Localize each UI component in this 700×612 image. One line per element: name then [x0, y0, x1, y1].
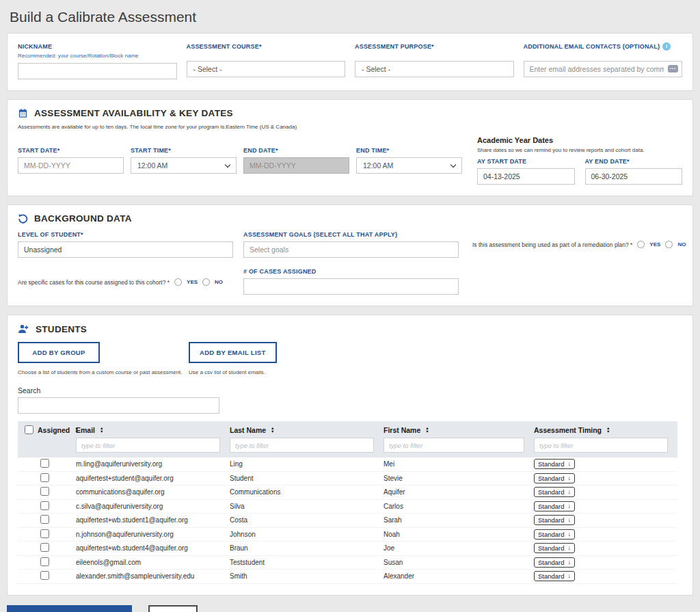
row-assigned-checkbox[interactable]: [40, 459, 49, 468]
contacts-input[interactable]: [524, 61, 683, 77]
row-first-name: Joe: [383, 544, 534, 552]
availability-card: ASSESSMENT AVAILABILITY & KEY DATES Asse…: [7, 99, 693, 196]
timing-value: Standard: [538, 572, 565, 580]
down-arrow-icon: ↓: [568, 559, 571, 566]
ay-end-input[interactable]: [585, 168, 683, 185]
remediation-no-radio[interactable]: [665, 241, 673, 248]
timing-select[interactable]: Standard ↓: [534, 459, 575, 469]
cases-yes-radio[interactable]: [174, 278, 182, 286]
row-last-name: Johnson: [230, 531, 383, 538]
add-by-email-hint: Use a csv list of student emails.: [189, 369, 277, 375]
column-header-assigned[interactable]: Assigned ▲▼: [18, 425, 76, 434]
search-label: Search: [18, 386, 219, 395]
purpose-label: ASSESSMENT PURPOSE*: [355, 43, 434, 50]
select-all-checkbox[interactable]: [25, 425, 33, 434]
timing-select[interactable]: Standard ↓: [534, 571, 575, 581]
timing-select[interactable]: Standard ↓: [534, 487, 575, 497]
nickname-input[interactable]: [18, 63, 177, 79]
row-assigned-checkbox[interactable]: [40, 543, 49, 552]
lastname-filter-input[interactable]: [230, 438, 374, 453]
end-date-input: [243, 157, 349, 174]
ay-start-input[interactable]: [477, 168, 575, 185]
cases-no-radio[interactable]: [202, 278, 210, 286]
goals-input[interactable]: [243, 241, 459, 258]
chevron-down-icon: [225, 161, 230, 167]
sort-icon: ▲▼: [606, 427, 610, 433]
timing-select[interactable]: Standard ↓: [534, 501, 575, 511]
end-time-label: END TIME*: [356, 147, 462, 154]
firstname-filter-input[interactable]: [383, 438, 524, 453]
row-email: communications@aquifer.org: [76, 488, 230, 496]
page-title: Build a Calibrate Assessment: [0, 0, 700, 33]
add-user-icon: [18, 323, 29, 334]
column-header-email[interactable]: Email ▲▼: [76, 426, 230, 434]
cases-group: Are specific cases for this course assig…: [18, 268, 243, 295]
column-header-firstname[interactable]: First Name ▲▼: [383, 426, 534, 434]
row-assigned-checkbox[interactable]: [40, 487, 49, 496]
students-title: STUDENTS: [36, 324, 87, 334]
keyboard-icon[interactable]: •••: [668, 65, 678, 72]
search-input[interactable]: [18, 397, 219, 414]
purpose-select[interactable]: - Select -: [355, 61, 514, 77]
cancel-button[interactable]: CANCEL: [148, 605, 197, 612]
academic-year-block: Academic Year Dates Share dates so we ca…: [469, 136, 682, 185]
nickname-field-group: NICKNAME Recommended: your course/Rotati…: [18, 42, 177, 79]
timing-value: Standard: [538, 460, 565, 468]
num-cases-input[interactable]: [243, 278, 459, 295]
start-time-value: 12:00 AM: [137, 161, 167, 170]
table-row: communications@aquifer.org Communication…: [18, 485, 677, 500]
chevron-down-icon: [450, 161, 456, 167]
end-time-select[interactable]: 12:00 AM: [356, 157, 462, 174]
timing-value: Standard: [538, 475, 565, 482]
cases-question: Are specific cases for this course assig…: [18, 279, 170, 286]
remediation-question: Is this assessment being used as part of…: [472, 241, 632, 248]
add-by-email-button[interactable]: ADD BY EMAIL LIST: [189, 342, 277, 363]
remediation-yes-radio[interactable]: [637, 241, 645, 248]
level-input[interactable]: [18, 241, 233, 258]
timing-select[interactable]: Standard ↓: [534, 515, 575, 525]
row-assigned-checkbox[interactable]: [40, 501, 49, 510]
row-assigned-checkbox[interactable]: [40, 557, 49, 566]
column-header-timing[interactable]: Assessment Timing ▲▼: [534, 426, 677, 434]
row-last-name: Braun: [230, 544, 383, 552]
remediation-group: Is this assessment being used as part of…: [472, 231, 682, 258]
row-assigned-checkbox[interactable]: [40, 571, 49, 580]
save-calibrate-assessment-button[interactable]: SAVE CALIBRATE ASSESSMENT: [7, 605, 132, 612]
row-email: aquifertest+wb.student1@aquifer.org: [76, 516, 230, 524]
row-last-name: Communications: [230, 488, 383, 496]
column-header-lastname[interactable]: Last Name ▲▼: [230, 426, 383, 434]
goals-label: ASSESSMENT GOALS (SELECT ALL THAT APPLY): [243, 231, 459, 238]
contacts-field-group: ADDITIONAL EMAIL CONTACTS (OPTIONAL) i •…: [524, 42, 683, 79]
availability-description: Assessments are available for up to ten …: [18, 124, 682, 130]
start-date-input[interactable]: [18, 157, 124, 174]
add-by-group-button[interactable]: ADD BY GROUP: [18, 342, 100, 363]
email-filter-input[interactable]: [76, 438, 220, 453]
timing-select[interactable]: Standard ↓: [534, 543, 575, 553]
info-icon[interactable]: i: [662, 42, 671, 51]
cases-yes-label: YES: [187, 279, 198, 285]
background-title: BACKGROUND DATA: [34, 213, 132, 224]
start-time-select[interactable]: 12:00 AM: [131, 157, 237, 174]
row-last-name: Smith: [230, 572, 383, 580]
timing-select[interactable]: Standard ↓: [534, 557, 575, 568]
row-assigned-checkbox[interactable]: [40, 529, 49, 538]
timing-select[interactable]: Standard ↓: [534, 529, 575, 540]
basics-card: NICKNAME Recommended: your course/Rotati…: [7, 33, 693, 91]
row-assigned-checkbox[interactable]: [40, 515, 49, 524]
row-last-name: Costa: [230, 516, 383, 524]
timing-value: Standard: [538, 503, 565, 510]
timing-value: Standard: [538, 559, 565, 566]
down-arrow-icon: ↓: [568, 531, 571, 537]
level-group: LEVEL OF STUDENT*: [18, 231, 233, 258]
goals-group: ASSESSMENT GOALS (SELECT ALL THAT APPLY): [243, 231, 459, 258]
remediation-yes-label: YES: [649, 241, 660, 248]
purpose-field-group: ASSESSMENT PURPOSE* - Select -: [355, 42, 514, 79]
timing-select[interactable]: Standard ↓: [534, 473, 575, 483]
num-cases-group: # OF CASES ASSIGNED: [243, 268, 459, 295]
timing-filter-input[interactable]: [534, 438, 668, 453]
background-card: BACKGROUND DATA LEVEL OF STUDENT* ASSESS…: [7, 204, 693, 306]
down-arrow-icon: ↓: [568, 475, 571, 481]
course-select[interactable]: - Select -: [187, 61, 346, 77]
row-assigned-checkbox[interactable]: [40, 473, 49, 482]
row-first-name: Stevie: [383, 475, 534, 482]
